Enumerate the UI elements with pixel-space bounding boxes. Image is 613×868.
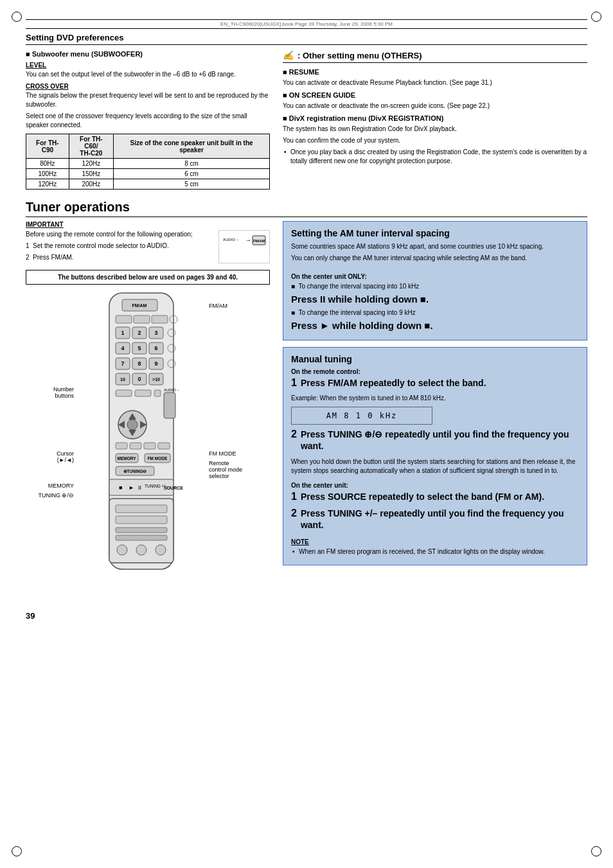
buttons-notice: The buttons described below are used on … <box>26 270 270 285</box>
frequency-table: For TH-C90 For TH-C60/TH-C20 Size of the… <box>26 134 270 190</box>
tuner-title: Tuner operations <box>26 200 587 217</box>
svg-point-48 <box>127 420 138 430</box>
svg-rect-51 <box>144 443 155 449</box>
important-step2: 2 Press FM/AM. <box>26 253 212 262</box>
svg-text:1: 1 <box>121 330 124 336</box>
svg-text:6: 6 <box>154 345 157 351</box>
am-tuner-box: Setting the AM tuner interval spacing So… <box>283 221 587 341</box>
svg-text:■: ■ <box>119 484 122 491</box>
svg-text:→: → <box>245 236 251 244</box>
svg-text:>10: >10 <box>152 377 160 382</box>
svg-text:MEMORY: MEMORY <box>117 456 136 461</box>
svg-rect-69 <box>116 535 167 540</box>
subwoofer-menu-title: Subwoofer menu (SUBWOOFER) <box>26 50 270 58</box>
am-tuner-title: Setting the AM tuner interval spacing <box>291 228 579 238</box>
svg-rect-7 <box>116 315 132 323</box>
table-cell: 80Hz <box>26 159 69 169</box>
svg-text:FM/AM: FM/AM <box>132 303 147 308</box>
c-step1-text: Press SOURCE repeatedly to select the ba… <box>301 491 544 502</box>
press-10khz: Press II while holding down ■. <box>291 294 579 305</box>
spacer3 <box>26 463 74 483</box>
divx-title: DivX registration menu (DivX REGISTRATIO… <box>283 114 587 122</box>
number-buttons-label: Numberbuttons <box>26 386 74 399</box>
divx-text1: The system has its own Registration Code… <box>283 125 587 134</box>
svg-rect-52 <box>158 443 170 449</box>
svg-point-72 <box>155 545 166 555</box>
step1-block: 1 Press FM/AM repeatedly to select the b… <box>291 377 579 391</box>
svg-text:FM MODE: FM MODE <box>148 456 168 461</box>
svg-text:4: 4 <box>121 345 124 351</box>
step2-text: Press TUNING ⊕/⊖ repeatedly until you fi… <box>301 429 579 452</box>
memory-label: MEMORY <box>26 483 74 489</box>
svg-text:8: 8 <box>138 360 141 367</box>
table-header-size: Size of the cone speaker unit built in t… <box>114 134 270 159</box>
svg-text:⊕TUNING⊖: ⊕TUNING⊖ <box>123 469 147 474</box>
crossover-text2: Select one of the crossover frequency le… <box>26 112 270 130</box>
important-text-block: Before using the remote control for the … <box>26 230 212 265</box>
left-column: Subwoofer menu (SUBWOOFER) LEVEL You can… <box>26 50 270 193</box>
svg-rect-42 <box>154 390 161 396</box>
svg-rect-39 <box>164 393 175 418</box>
to-10khz-text: ■ To change the interval spacing into 10… <box>291 282 579 291</box>
dvd-others-layout: Subwoofer menu (SUBWOOFER) LEVEL You can… <box>26 50 587 193</box>
svg-rect-49 <box>116 443 127 449</box>
remote-svg: FM/AM 1 2 3 4 <box>74 290 209 598</box>
svg-text:AUDIO ~: AUDIO ~ <box>223 238 239 242</box>
others-icon: ✍ <box>283 50 294 60</box>
page: EN_TH-C906020[USUGX].book Page 39 Thursd… <box>0 0 613 868</box>
spacer2 <box>26 399 74 450</box>
resume-text: You can activate or deactivate Resume Pl… <box>283 78 587 87</box>
section-title-dvd: Setting DVD preferences <box>26 33 587 45</box>
svg-rect-67 <box>116 516 167 524</box>
page-number: 39 <box>26 611 587 621</box>
svg-rect-9 <box>152 315 168 323</box>
table-row: 80Hz 120Hz 8 cm <box>26 159 270 169</box>
am-tuner-intro2: You can only change the AM tuner interva… <box>291 254 579 263</box>
note-label: NOTE <box>291 538 579 545</box>
divx-text2: You can confirm the code of your system. <box>283 136 587 145</box>
svg-rect-50 <box>130 443 141 449</box>
corner-mark-br <box>591 846 601 856</box>
on-screen-text: You can activate or deactivate the on-sc… <box>283 102 587 111</box>
remote-diagram-area: Numberbuttons Cursor(►/◄) MEMORY TUNING … <box>26 290 270 598</box>
display-box: AM 8 1 0 kHz <box>291 407 432 425</box>
corner-mark-tl <box>12 12 22 22</box>
svg-text:5: 5 <box>138 345 141 351</box>
table-row: 120Hz 200Hz 5 cm <box>26 179 270 190</box>
table-cell: 8 cm <box>114 159 270 169</box>
c-step2-text: Press TUNING +/– repeatedly until you fi… <box>301 508 579 531</box>
cursor-label: Cursor(►/◄) <box>26 450 74 463</box>
right-labels: FM/AM FM MODE Remotecontrol modeselector <box>209 290 254 479</box>
table-cell: 120Hz <box>69 159 113 169</box>
step2-block: 2 Press TUNING ⊕/⊖ repeatedly until you … <box>291 429 579 454</box>
svg-point-71 <box>136 545 147 555</box>
corner-mark-bl <box>12 846 22 856</box>
table-cell: 100Hz <box>26 169 69 179</box>
svg-text:FM/AM: FM/AM <box>253 239 265 243</box>
right-column-others: ✍ : Other setting menu (OTHERS) RESUME Y… <box>283 50 587 193</box>
to-9khz-text: ■ To change the interval spacing into 9 … <box>291 308 579 317</box>
divx-bullet: Once you play back a disc created by usi… <box>283 148 587 166</box>
svg-text:10: 10 <box>120 377 125 382</box>
svg-text:SOURCE: SOURCE <box>164 486 183 490</box>
svg-rect-66 <box>116 505 167 513</box>
c-step1-num: 1 <box>291 491 297 502</box>
remote-small-diagram: AUDIO ~ → FM/AM <box>218 230 270 263</box>
example-text: Example: When the system is tuned in to … <box>291 394 579 403</box>
others-title: : Other setting menu (OTHERS) <box>298 51 422 60</box>
on-screen-title: ON SCREEN GUIDE <box>283 91 587 99</box>
spacer1 <box>26 309 74 386</box>
svg-rect-41 <box>135 390 151 396</box>
svg-rect-8 <box>134 315 150 323</box>
right-column-tuner: Setting the AM tuner interval spacing So… <box>283 221 587 598</box>
svg-text:AUDIO ~: AUDIO ~ <box>164 388 180 392</box>
step2-detail: When you hold down the button until the … <box>291 457 579 475</box>
step1-text: Press FM/AM repeatedly to select the ban… <box>301 377 486 389</box>
svg-text:3: 3 <box>154 330 157 336</box>
level-text: You can set the output level of the subw… <box>26 70 270 79</box>
important-label: IMPORTANT <box>26 221 270 228</box>
manual-tuning-title: Manual tuning <box>291 354 579 364</box>
table-cell: 150Hz <box>69 169 113 179</box>
important-step1: 1 Set the remote control mode selector t… <box>26 242 212 251</box>
tuning-label: TUNING ⊕/⊖ <box>26 492 74 499</box>
